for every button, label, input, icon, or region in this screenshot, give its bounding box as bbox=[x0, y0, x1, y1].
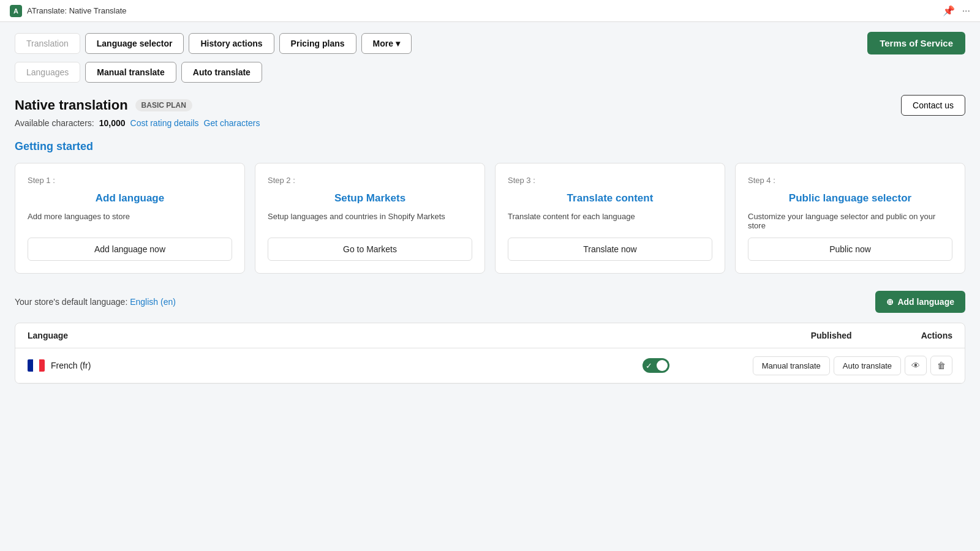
sub-tab-manual-translate[interactable]: Manual translate bbox=[85, 62, 176, 83]
section-header: Native translation BASIC PLAN Contact us bbox=[15, 95, 965, 116]
step-1-card: Step 1 : Add language Add more languages… bbox=[15, 163, 245, 274]
lang-name: French (fr) bbox=[51, 361, 91, 370]
step-3-desc: Translate content for each language bbox=[508, 212, 712, 230]
trash-icon: 🗑 bbox=[937, 361, 946, 370]
plus-circle-icon: ⊕ bbox=[886, 297, 894, 307]
sub-tab-auto-translate[interactable]: Auto translate bbox=[181, 62, 262, 83]
step-3-card: Step 3 : Translate content Translate con… bbox=[495, 163, 725, 274]
tab-translation[interactable]: Translation bbox=[15, 33, 80, 54]
default-lang-info: Your store's default language: English (… bbox=[15, 297, 176, 307]
nav-row: Translation Language selector History ac… bbox=[15, 32, 965, 54]
translate-now-button[interactable]: Translate now bbox=[508, 238, 712, 261]
default-lang-row: Your store's default language: English (… bbox=[15, 291, 965, 313]
contact-us-button[interactable]: Contact us bbox=[901, 95, 965, 116]
title-bar: A ATranslate: Native Translate 📌 ··· bbox=[0, 0, 980, 22]
lang-cell: French (fr) bbox=[28, 359, 643, 372]
published-toggle-wrap: ✓ bbox=[643, 358, 753, 373]
step-1-desc: Add more languages to store bbox=[28, 212, 232, 230]
step-2-card: Step 2 : Setup Markets Setup languages a… bbox=[255, 163, 485, 274]
table-row: French (fr) ✓ Manual translate Auto tran… bbox=[15, 348, 965, 383]
pin-icon[interactable]: 📌 bbox=[943, 5, 955, 17]
step-3-title: Translate content bbox=[508, 192, 712, 204]
flag-french bbox=[28, 359, 45, 372]
section-title-row: Native translation BASIC PLAN bbox=[15, 97, 192, 113]
plan-badge: BASIC PLAN bbox=[135, 99, 192, 111]
step-4-title: Public language selector bbox=[748, 192, 952, 204]
sub-tab-languages[interactable]: Languages bbox=[15, 62, 80, 83]
step-4-desc: Customize your language selector and pub… bbox=[748, 212, 952, 230]
default-lang-value[interactable]: English (en) bbox=[130, 297, 176, 307]
table-header: Language Published Actions bbox=[15, 323, 965, 348]
tab-language-selector[interactable]: Language selector bbox=[85, 33, 184, 54]
view-icon-button[interactable]: 👁 bbox=[905, 356, 927, 375]
more-icon[interactable]: ··· bbox=[962, 6, 970, 17]
chars-row: Available characters: 10,000 Cost rating… bbox=[15, 118, 965, 128]
toggle-check-icon: ✓ bbox=[646, 361, 652, 370]
public-now-button[interactable]: Public now bbox=[748, 238, 952, 261]
step-2-label: Step 2 : bbox=[268, 176, 472, 185]
nav-tabs: Translation Language selector History ac… bbox=[15, 33, 412, 54]
add-language-button[interactable]: ⊕ Add language bbox=[875, 291, 965, 313]
action-buttons: Manual translate Auto translate 👁 🗑 bbox=[753, 356, 952, 375]
col-published: Published bbox=[811, 331, 921, 340]
section-title: Native translation bbox=[15, 97, 128, 113]
getting-started-title: Getting started bbox=[15, 140, 965, 153]
language-table: Language Published Actions French (fr) ✓… bbox=[15, 323, 965, 384]
step-2-desc: Setup languages and countries in Shopify… bbox=[268, 212, 472, 230]
terms-of-service-button[interactable]: Terms of Service bbox=[867, 32, 965, 54]
tab-more[interactable]: More ▾ bbox=[361, 33, 412, 54]
col-actions: Actions bbox=[921, 331, 952, 340]
sub-nav-row: Languages Manual translate Auto translat… bbox=[15, 62, 965, 83]
published-toggle[interactable]: ✓ bbox=[643, 358, 669, 373]
step-4-card: Step 4 : Public language selector Custom… bbox=[735, 163, 965, 274]
step-1-label: Step 1 : bbox=[28, 176, 232, 185]
step-1-title: Add language bbox=[28, 192, 232, 204]
title-bar-controls: 📌 ··· bbox=[943, 5, 970, 17]
title-bar-left: A ATranslate: Native Translate bbox=[10, 5, 127, 17]
tab-pricing-plans[interactable]: Pricing plans bbox=[279, 33, 356, 54]
app-title: ATranslate: Native Translate bbox=[27, 6, 127, 15]
go-to-markets-button[interactable]: Go to Markets bbox=[268, 238, 472, 261]
chars-count: 10,000 bbox=[99, 118, 126, 128]
eye-icon: 👁 bbox=[911, 361, 920, 370]
col-language: Language bbox=[28, 331, 811, 340]
add-language-now-button[interactable]: Add language now bbox=[28, 238, 232, 261]
delete-icon-button[interactable]: 🗑 bbox=[930, 356, 952, 375]
step-2-title: Setup Markets bbox=[268, 192, 472, 204]
get-characters-link[interactable]: Get characters bbox=[204, 118, 260, 128]
toggle-thumb bbox=[657, 360, 668, 371]
chars-label: Available characters: bbox=[15, 118, 94, 128]
default-lang-label: Your store's default language: bbox=[15, 297, 127, 307]
step-4-label: Step 4 : bbox=[748, 176, 952, 185]
cost-rating-link[interactable]: Cost rating details bbox=[130, 118, 199, 128]
cards-grid: Step 1 : Add language Add more languages… bbox=[15, 163, 965, 274]
auto-translate-row-button[interactable]: Auto translate bbox=[834, 356, 901, 375]
main-content: Translation Language selector History ac… bbox=[0, 22, 980, 394]
step-3-label: Step 3 : bbox=[508, 176, 712, 185]
manual-translate-row-button[interactable]: Manual translate bbox=[753, 356, 830, 375]
app-icon: A bbox=[10, 5, 22, 17]
tab-history-actions[interactable]: History actions bbox=[189, 33, 274, 54]
